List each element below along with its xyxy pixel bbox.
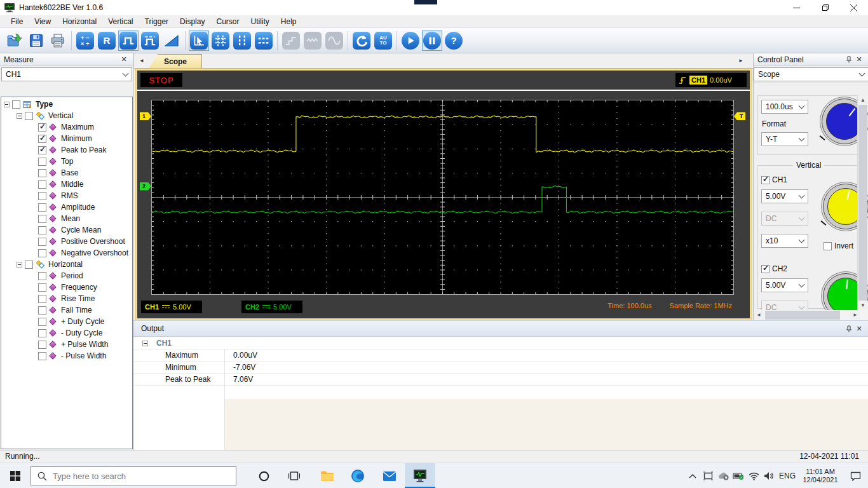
square-wave-button[interactable] [118,30,139,51]
tree-item-rise-time[interactable]: Rise Time [1,293,132,304]
tree-item-fall-time[interactable]: Fall Time [1,304,132,316]
cast-icon[interactable] [700,463,715,488]
start-button[interactable] [400,30,421,51]
pause-button[interactable] [422,30,442,51]
refresh-button[interactable] [351,30,372,51]
tree-item-peak-to-peak[interactable]: Peak to Peak [1,144,132,156]
tree-item-horizontal[interactable]: Horizontal [1,259,132,270]
checkbox[interactable] [38,272,46,280]
checkbox[interactable] [38,238,46,246]
math-button[interactable]: +−×÷ [75,30,95,51]
pin-icon[interactable] [844,55,854,65]
checkbox[interactable] [38,215,46,223]
onedrive-icon[interactable] [715,463,731,488]
checkbox[interactable] [38,180,46,189]
collapse-icon[interactable] [17,262,22,268]
cortana-button[interactable] [248,463,279,488]
ch2-scale-select[interactable]: 5.00V [761,278,808,292]
tree-item-period[interactable]: Period [1,270,132,281]
scroll-right-icon[interactable]: ► [850,310,860,320]
tree-item-duty-cycle[interactable]: - Duty Cycle [1,327,132,339]
checkbox[interactable] [38,341,46,349]
checkbox[interactable] [38,169,46,177]
wifi-icon[interactable] [746,463,761,488]
pin-icon[interactable] [844,323,854,334]
tab-scope[interactable]: Scope [149,54,202,69]
checkbox[interactable] [38,203,46,212]
collapse-icon[interactable] [17,113,22,119]
ch2-position-marker[interactable]: 2 [140,182,151,191]
checkbox[interactable] [38,283,46,292]
taskbar-search[interactable] [31,466,236,485]
ch1-scale-select[interactable]: 5.00V [761,189,808,203]
ch2-enable-checkbox[interactable]: CH2 [761,264,787,273]
tree-item-pulse-width[interactable]: + Pulse Width [1,339,132,350]
save-button[interactable] [26,30,46,51]
checkbox[interactable] [38,226,46,234]
menu-item-file[interactable]: File [5,16,29,27]
ramp-button[interactable] [161,30,182,51]
menu-item-vertical[interactable]: Vertical [102,16,139,27]
tree-item-base[interactable]: Base [1,167,132,179]
tree-item-rms[interactable]: RMS [1,190,132,201]
checkbox[interactable] [38,249,46,257]
mail-button[interactable] [374,463,405,488]
control-panel-hscrollbar[interactable]: ◄ ► [754,310,868,320]
vertical-cursor-button[interactable] [232,30,252,51]
menu-item-cursor[interactable]: Cursor [210,16,245,27]
tab-scroll-left-icon[interactable]: ◄ [139,58,144,64]
close-icon[interactable]: ✕ [119,55,129,65]
pulse-wave-button[interactable] [140,30,160,51]
close-icon[interactable]: ✕ [854,55,864,65]
ch1-position-marker[interactable]: 1 [140,112,151,120]
checkbox[interactable] [38,352,46,360]
cursor-select-button[interactable] [189,30,209,51]
language-indicator[interactable]: ENG [776,463,798,488]
measure-channel-select[interactable]: CH1 [1,67,132,81]
checkbox[interactable] [38,135,46,143]
checkbox[interactable] [38,306,46,315]
start-button[interactable] [0,463,31,488]
checkbox[interactable] [25,112,33,120]
tree-item-mean[interactable]: Mean [1,213,132,224]
checkbox[interactable] [25,261,33,269]
scroll-up-icon[interactable]: ▲ [858,95,868,105]
tree-item-cycle-mean[interactable]: Cycle Mean [1,224,132,236]
grid-cursor-button[interactable] [210,30,231,51]
menu-item-horizontal[interactable]: Horizontal [57,16,102,27]
tab-scroll-right-icon[interactable]: ► [738,58,743,64]
tree-item-maximum[interactable]: Maximum [1,121,132,133]
battery-icon[interactable] [731,463,746,488]
tree-item-frequency[interactable]: Frequency [1,281,132,293]
minimize-button[interactable] [782,0,811,15]
tree-item-middle[interactable]: Middle [1,179,132,190]
task-view-button[interactable] [279,463,309,488]
help-button[interactable]: ? [444,30,464,51]
tree-item-top[interactable]: Top [1,156,132,167]
checkbox[interactable] [38,295,46,303]
print-button[interactable] [48,30,68,51]
autoset-button[interactable]: AUTO [373,30,393,51]
edge-button[interactable] [342,463,373,488]
timebase-select[interactable]: 100.0us [761,100,808,114]
close-button[interactable] [839,0,868,15]
tree-item-duty-cycle[interactable]: + Duty Cycle [1,316,132,327]
ch1-invert-checkbox[interactable]: Invert [824,241,853,250]
scroll-left-icon[interactable]: ◄ [754,310,764,320]
tree-item-pulse-width[interactable]: - Pulse Width [1,350,132,362]
menu-item-view[interactable]: View [29,16,57,27]
tree-item-minimum[interactable]: Minimum [1,133,132,144]
checkbox[interactable] [12,100,20,109]
menu-item-trigger[interactable]: Trigger [139,16,175,27]
scroll-down-icon[interactable]: ▼ [858,301,868,310]
checkbox[interactable] [38,329,46,337]
tree-item-vertical[interactable]: Vertical [1,110,132,121]
tree-item-positive-overshoot[interactable]: Positive Overshoot [1,236,132,247]
menu-item-display[interactable]: Display [174,16,210,27]
volume-icon[interactable] [761,463,776,488]
restore-button[interactable] [811,0,839,15]
collapse-icon[interactable] [142,341,148,346]
tree-item-negative-overshoot[interactable]: Negative Overshoot [1,247,132,259]
control-mode-select[interactable]: Scope [754,67,868,81]
reference-button[interactable]: R [97,30,117,51]
